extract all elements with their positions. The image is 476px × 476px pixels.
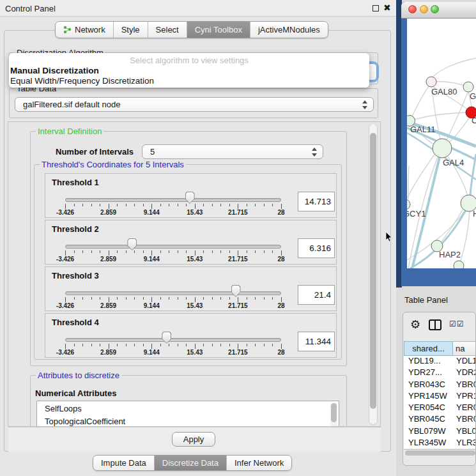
table-row[interactable]: YDR27...YDR2 xyxy=(404,367,476,379)
scale-label: 9.144 xyxy=(144,209,160,216)
minimize-traffic-light[interactable] xyxy=(420,5,428,13)
tick-mark xyxy=(203,204,204,206)
attribute-list-item[interactable]: TopologicalCoefficient xyxy=(37,415,339,427)
algorithm-option-manual-discretization[interactable]: Manual Discretization xyxy=(9,66,369,76)
label-clipped-ga: GA xyxy=(470,91,476,101)
tick-mark xyxy=(247,344,247,346)
scale-label: 9.144 xyxy=(144,302,160,309)
attribute-items: SelfLoopsTopologicalCoefficientBetweenne… xyxy=(37,401,339,427)
cell-name[interactable]: YDR2 xyxy=(453,367,476,379)
table-data-combobox-value: galFiltered.sif default node xyxy=(15,100,361,109)
node-gal4[interactable] xyxy=(433,139,452,158)
tick-mark xyxy=(82,250,83,253)
tab-jactivemnodules[interactable]: jActiveMNodules xyxy=(250,22,328,38)
numerical-attributes-list: SelfLoopsTopologicalCoefficientBetweenne… xyxy=(36,401,339,427)
node-clipped-bottom[interactable] xyxy=(454,261,464,268)
node-gal80[interactable] xyxy=(426,77,436,87)
cell-shared-name[interactable]: YPR145W xyxy=(404,391,453,403)
slider-track[interactable] xyxy=(65,338,281,342)
close-traffic-light[interactable] xyxy=(408,5,417,13)
threshold-value-field[interactable]: 14.713 xyxy=(298,192,335,211)
cell-name[interactable]: YBR0 xyxy=(453,380,476,391)
tick-mark xyxy=(186,250,187,253)
table-row[interactable]: YBL079WYBL0 xyxy=(404,426,476,438)
close-icon[interactable]: ✖ xyxy=(383,3,391,13)
tick-mark xyxy=(109,297,109,302)
zoom-traffic-light[interactable] xyxy=(431,5,439,13)
scale-label: 21.715 xyxy=(228,302,248,309)
tick-mark xyxy=(100,250,100,253)
slider-thumb[interactable] xyxy=(185,192,195,204)
slider-thumb[interactable] xyxy=(127,238,137,250)
slider-track[interactable] xyxy=(65,198,281,202)
settings-scrollbar-thumb[interactable] xyxy=(370,133,376,409)
float-window-icon[interactable] xyxy=(372,5,379,12)
table-scrollbar-thumb[interactable] xyxy=(405,450,475,456)
slider-thumb[interactable] xyxy=(162,332,171,344)
column-header-name[interactable]: na xyxy=(453,341,476,356)
cell-shared-name[interactable]: YDR27... xyxy=(404,367,453,379)
cell-name[interactable]: YBR0 xyxy=(453,414,476,426)
tab-network[interactable]: Network xyxy=(56,22,113,38)
table-horizontal-scrollbar[interactable] xyxy=(404,449,476,456)
slider-track[interactable] xyxy=(65,291,281,295)
table-row[interactable]: YER054CYER0 xyxy=(404,403,476,414)
cell-name[interactable]: YLR3 xyxy=(453,438,476,449)
table-row[interactable]: YLR345WYLR3 xyxy=(404,438,476,449)
cell-shared-name[interactable]: YBL079W xyxy=(404,426,453,438)
tick-mark xyxy=(143,250,144,253)
tick-mark xyxy=(229,250,230,253)
column-header-shared-name[interactable]: shared... xyxy=(404,341,453,356)
cell-shared-name[interactable]: YBR043C xyxy=(404,380,453,391)
tick-mark xyxy=(220,344,221,346)
node-gcy1[interactable] xyxy=(407,199,410,210)
split-columns-icon[interactable] xyxy=(429,319,441,330)
cell-shared-name[interactable]: YBR045C xyxy=(404,414,453,426)
table-data-group: Table Data galFiltered.sif default node xyxy=(9,88,378,118)
slider-track[interactable] xyxy=(65,245,281,249)
attributes-list-scrollbar-thumb[interactable] xyxy=(331,403,337,422)
scale-label: 15.43 xyxy=(187,349,203,356)
cell-name[interactable]: YPR1 xyxy=(453,391,476,403)
thresholds-group-label: Threshold's Coordinates for 5 Intervals xyxy=(40,160,186,169)
threshold-value-field[interactable]: 21.4 xyxy=(298,285,335,305)
attributes-list-scrollbar[interactable] xyxy=(330,403,337,427)
tick-mark xyxy=(186,344,187,346)
tab-cyni-toolbox[interactable]: Cyni Toolbox xyxy=(187,22,250,38)
tick-mark xyxy=(134,344,135,346)
tab-style[interactable]: Style xyxy=(113,22,148,38)
tab-discretize-data[interactable]: Discretize Data xyxy=(154,456,226,470)
attribute-list-item[interactable]: SelfLoops xyxy=(37,403,339,415)
settings-gear-icon[interactable]: ⚙ xyxy=(410,318,420,332)
tick-mark xyxy=(134,297,135,300)
cell-name[interactable]: YDL1 xyxy=(453,356,476,367)
tick-mark xyxy=(178,297,178,300)
cell-shared-name[interactable]: YER054C xyxy=(404,403,453,414)
cell-name[interactable]: YBL0 xyxy=(453,426,476,438)
node-clipped-ga[interactable] xyxy=(463,82,473,92)
tab-select[interactable]: Select xyxy=(148,22,187,38)
threshold-value-field[interactable]: 11.344 xyxy=(298,332,335,351)
slider-thumb[interactable] xyxy=(231,285,241,297)
number-of-intervals-spinner[interactable]: 5 xyxy=(142,144,323,159)
cell-name[interactable]: YER0 xyxy=(453,403,476,414)
tick-mark xyxy=(255,250,256,253)
table-row[interactable]: YBR045CYBR0 xyxy=(404,414,476,426)
table-row[interactable]: YBR043CYBR0 xyxy=(404,380,476,391)
network-canvas[interactable]: GAL80 GA C GAL11 GAL4 GCY1 H HAP2 xyxy=(407,19,476,268)
algorithm-option-equal-width-frequency[interactable]: Equal Width/Frequency Discretization xyxy=(9,76,369,86)
tick-mark xyxy=(143,344,144,346)
tab-infer-network[interactable]: Infer Network xyxy=(226,456,291,470)
table-row[interactable]: YPR145WYPR1 xyxy=(404,391,476,403)
tick-mark xyxy=(212,344,213,346)
tick-mark xyxy=(212,250,213,253)
table-row[interactable]: YDL19...YDL1 xyxy=(404,356,476,367)
tab-impute-data[interactable]: Impute Data xyxy=(93,456,154,470)
settings-vertical-scrollbar[interactable] xyxy=(369,123,378,425)
table-data-combobox[interactable]: galFiltered.sif default node xyxy=(15,97,374,112)
threshold-value-field[interactable]: 6.316 xyxy=(298,238,335,258)
select-checkboxes-icon[interactable]: ☑☑ xyxy=(449,319,464,328)
apply-button[interactable]: Apply xyxy=(172,432,215,447)
cell-shared-name[interactable]: YDL19... xyxy=(404,356,453,367)
cell-shared-name[interactable]: YLR345W xyxy=(404,438,453,449)
